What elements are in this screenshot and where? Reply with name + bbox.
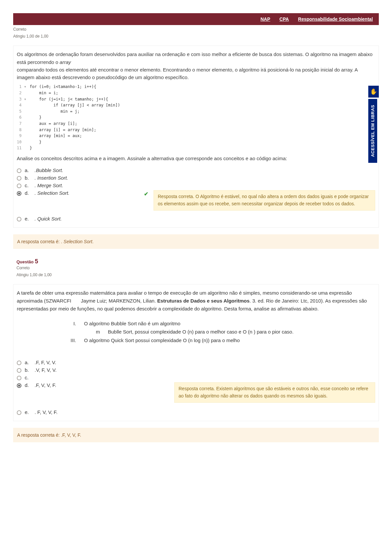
option-text: . Insertion Sort.: [35, 175, 68, 181]
q4-options: a. .Bubble Sort. b. . Insertion Sort. c.…: [17, 167, 375, 221]
option-text: .Bubble Sort.: [35, 167, 63, 173]
radio-icon[interactable]: [17, 361, 21, 365]
q5-option-d[interactable]: d. .F, V, V, F.: [17, 382, 168, 388]
q5-options: a. .F, F, V, V. b. .V, F, V, V. c. d. .F…: [17, 360, 375, 415]
option-text: . Selection Sort.: [35, 190, 70, 196]
q5-afirmativas: I. O algoritmo Bubble Sort não é um algo…: [17, 319, 375, 345]
radio-icon[interactable]: [17, 368, 21, 373]
radio-icon[interactable]: [17, 410, 21, 415]
answer-prefix: A resposta correta é: .: [17, 239, 64, 244]
topbar-link-cpa[interactable]: CPA: [279, 16, 289, 22]
check-icon: ✔: [144, 191, 148, 197]
option-text: .F, V, V, F.: [35, 382, 56, 388]
option-letter: e.: [25, 216, 31, 221]
answer-suffix: .: [92, 239, 94, 244]
libras-tab-label[interactable]: ACESSÍVEL EM LIBRAS: [368, 99, 377, 163]
q4-status-correct: Correto: [13, 26, 379, 33]
q4-status-score: Atingiu 1,00 de 1,00: [13, 33, 379, 40]
radio-icon[interactable]: [17, 191, 21, 196]
radio-icon[interactable]: [17, 217, 21, 221]
afirm-rn-3: III.: [56, 336, 76, 345]
q5-option-e[interactable]: e. . F, V, V, F.: [17, 409, 375, 415]
q5-feedback: Resposta correta. Existem algoritmos que…: [174, 382, 375, 402]
option-letter: c.: [25, 375, 31, 380]
q4-prompt: Analise os conceitos descritos acima e a…: [17, 155, 375, 162]
hand-icon[interactable]: ✋: [368, 86, 379, 98]
question-4-block: Os algoritmos de ordenação foram desenvo…: [13, 45, 379, 227]
q5-tag: Questão 5: [16, 259, 38, 264]
option-text: . Quick Sort.: [35, 216, 62, 221]
option-letter: c.: [25, 183, 31, 188]
q5-correct-answer: A resposta correta é: .F, V, V, F.: [13, 428, 379, 442]
afirm-rn-1: I.: [56, 319, 76, 328]
q5-option-a[interactable]: a. .F, F, V, V.: [17, 360, 375, 365]
option-letter: a.: [25, 167, 31, 173]
code-line-numbers: 1 ▾ 2 3 ▾ 4 5 6 7 8 9 10 11: [17, 84, 30, 151]
afirm-txt-2: Bublle Sort, possui complexidade O (n) p…: [108, 328, 376, 336]
option-text: .V, F, V, V.: [35, 367, 57, 373]
afirm-rn-2: m: [96, 328, 100, 336]
topbar-link-resp[interactable]: Responsabilidade Socioambiental: [298, 16, 373, 22]
q4-option-d[interactable]: d. . Selection Sort.: [17, 190, 129, 196]
q4-option-a[interactable]: a. .Bubble Sort.: [17, 167, 375, 173]
code-content: for (i=0; i<tamanho-1; i++){ min = i; fo…: [30, 84, 120, 151]
topbar: NAP CPA Responsabilidade Socioambiental: [13, 13, 379, 25]
q4-option-e[interactable]: e. . Quick Sort.: [17, 216, 375, 221]
topbar-link-nap[interactable]: NAP: [261, 16, 270, 22]
radio-icon[interactable]: [17, 184, 21, 188]
q5-number: 5: [35, 258, 38, 265]
option-letter: a.: [25, 360, 31, 365]
question-5-block: A tarefa de obter uma expressão matemáti…: [13, 284, 379, 421]
q5-status-correct: Correto: [16, 265, 376, 271]
q5-option-b[interactable]: b. .V, F, V, V.: [17, 367, 375, 373]
option-text: . Merge Sort.: [35, 183, 63, 188]
q5-tag-word: Questão: [16, 259, 35, 264]
radio-icon[interactable]: [17, 176, 21, 181]
libras-widget[interactable]: ✋ ACESSÍVEL EM LIBRAS: [368, 86, 379, 163]
option-text: .F, F, V, V.: [35, 360, 56, 365]
afirm-txt-1: O algoritmo Bubble Sort não é um algorit…: [84, 319, 375, 328]
q4-option-b[interactable]: b. . Insertion Sort.: [17, 175, 375, 181]
q5-header: Questão 5 Correto Atingiu 1,00 de 1,00: [13, 256, 379, 278]
q5-status-score: Atingiu 1,00 de 1,00: [16, 272, 376, 278]
q4-correct-answer: A resposta correta é: . Selection Sort.: [13, 234, 379, 249]
q5-intro: A tarefa de obter uma expressão matemáti…: [17, 289, 375, 313]
q4-feedback: Resposta correta. O Algoritmo é estável,…: [154, 190, 375, 210]
option-text: . F, V, V, F.: [35, 409, 58, 415]
q4-intro-2: comparando todos os elementos até encont…: [17, 66, 375, 81]
radio-icon[interactable]: [17, 383, 21, 388]
radio-icon[interactable]: [17, 376, 21, 380]
q5-option-c[interactable]: c.: [17, 375, 375, 380]
afirm-txt-3: O algoritmo Quick Sort possui complexida…: [84, 336, 375, 345]
radio-icon[interactable]: [17, 168, 21, 173]
answer-value: Selection Sort: [64, 239, 92, 244]
option-letter: b.: [25, 175, 31, 181]
option-letter: d.: [25, 382, 31, 388]
q4-option-c[interactable]: c. . Merge Sort.: [17, 183, 375, 188]
q4-intro: Os algoritmos de ordenação foram desenvo…: [17, 50, 375, 66]
option-letter: b.: [25, 367, 31, 373]
option-letter: e.: [25, 409, 31, 415]
q4-intro-ital: array: [60, 59, 71, 65]
option-letter: d.: [25, 190, 31, 196]
q4-code: 1 ▾ 2 3 ▾ 4 5 6 7 8 9 10 11 for (i=0; i<…: [17, 84, 375, 151]
